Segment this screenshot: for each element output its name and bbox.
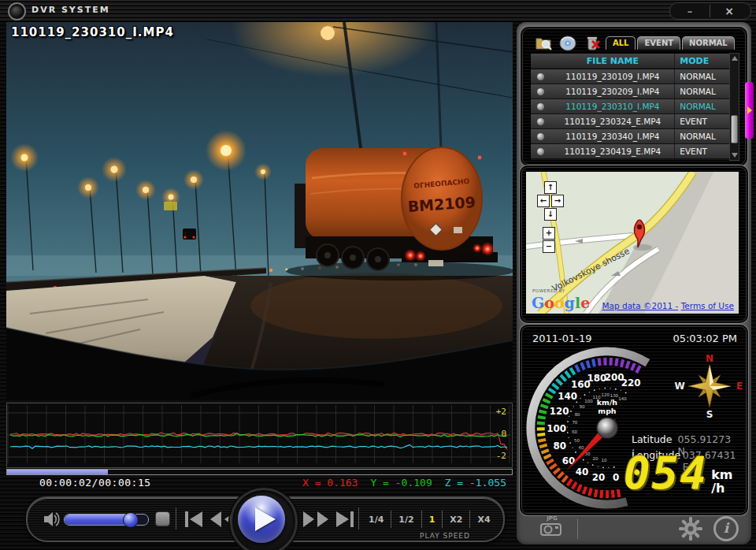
- divider: [358, 507, 359, 530]
- capture-jpg-button[interactable]: JPG: [540, 515, 564, 538]
- play-speed-label: PLAY SPEED: [420, 532, 470, 540]
- backup-disc-icon[interactable]: [558, 35, 577, 52]
- map-pan-left-button[interactable]: ←: [537, 195, 550, 207]
- speed-button-1-4[interactable]: 1/4: [361, 515, 391, 525]
- record-date: 2011-01-19: [532, 333, 592, 344]
- mode-cell: NORMAL: [674, 129, 729, 143]
- axis-readout: Y = -0.109: [370, 477, 432, 489]
- speaker-icon: [43, 511, 61, 528]
- map-pan-up-button[interactable]: ↑: [544, 181, 557, 194]
- playback-progress-bar[interactable]: [6, 469, 513, 475]
- record-bullet-icon: [537, 73, 544, 80]
- map-pan-down-button[interactable]: ↓: [544, 208, 557, 221]
- window-title: DVR SYSTEM: [32, 5, 110, 15]
- record-bullet-icon: [537, 118, 544, 125]
- svg-text:40: 40: [579, 445, 584, 450]
- record-bullet-icon: [537, 88, 544, 95]
- google-logo: Google: [532, 294, 590, 311]
- info-button[interactable]: i: [713, 516, 739, 541]
- mode-cell: NORMAL: [674, 99, 729, 113]
- camera-icon: [540, 522, 564, 537]
- map-data-link[interactable]: Map data ©2011 -: [602, 301, 678, 310]
- play-speed-buttons: 1/41/21X2X4: [361, 510, 498, 529]
- digital-speed-display: 054 km /h: [624, 454, 732, 495]
- next-file-button[interactable]: [335, 508, 355, 530]
- panel-expand-handle[interactable]: [745, 82, 754, 139]
- file-list-scrollbar[interactable]: [729, 53, 739, 161]
- map-zoom-in-button[interactable]: +: [543, 227, 555, 240]
- settings-gear-icon[interactable]: [679, 517, 702, 541]
- scroll-up-icon[interactable]: [732, 56, 738, 61]
- play-icon: [255, 507, 276, 531]
- file-rows: 110119_230109_I.MP4NORMAL110119_230209_I…: [531, 69, 729, 159]
- file-name-cell: 110119_230324_E.MP4: [550, 114, 674, 128]
- compass-north: N: [706, 353, 713, 364]
- tab-event[interactable]: EVENT: [637, 36, 680, 50]
- open-file-icon[interactable]: [535, 35, 554, 52]
- terms-of-use-link[interactable]: Terms of Use: [681, 301, 734, 310]
- compass-west: W: [674, 381, 684, 392]
- tab-normal[interactable]: NORMAL: [682, 36, 735, 50]
- gauge-unit-kmh: km/h: [597, 398, 617, 407]
- gsensor-ytick-zero: 0: [501, 429, 506, 439]
- svg-text:20: 20: [592, 456, 598, 461]
- speed-button-1-2[interactable]: 1/2: [391, 515, 421, 525]
- tab-all[interactable]: ALL: [606, 36, 636, 50]
- svg-text:120: 120: [601, 392, 610, 397]
- gsensor-plot: [7, 403, 510, 466]
- axis-readout: X = 0.163: [302, 477, 358, 489]
- gauge-unit-mph: mph: [598, 407, 616, 415]
- scrollbar-thumb[interactable]: [731, 115, 738, 143]
- svg-text:140: 140: [558, 391, 577, 402]
- volume-slider[interactable]: [64, 514, 149, 526]
- fast-forward-button[interactable]: [302, 508, 330, 530]
- progress-fill: [7, 470, 108, 474]
- record-bullet-icon: [537, 133, 544, 140]
- mode-cell: EVENT: [674, 114, 729, 128]
- map-panel: ↑ ← → ↓ + − Volkovskoye shosse POWERED B…: [520, 165, 748, 323]
- table-row[interactable]: 110119_230209_I.MP4NORMAL: [531, 84, 729, 99]
- stop-button[interactable]: [155, 511, 170, 526]
- table-row[interactable]: 110119_230109_I.MP4NORMAL: [531, 69, 729, 84]
- table-row[interactable]: 110119_230340_I.MP4NORMAL: [531, 129, 729, 144]
- svg-text:10: 10: [601, 458, 606, 463]
- file-name-cell: 110119_230419_E.MP4: [550, 144, 674, 158]
- play-button[interactable]: [238, 496, 285, 543]
- minimize-button[interactable]: –: [670, 6, 710, 17]
- map-zoom-out-button[interactable]: −: [543, 240, 555, 253]
- car-ahead: [183, 229, 196, 240]
- volume-knob[interactable]: [123, 512, 139, 528]
- svg-text:50: 50: [574, 438, 580, 443]
- dvr-application-window: DVR SYSTEM – ×: [0, 0, 756, 550]
- delete-file-icon[interactable]: [584, 35, 602, 52]
- mode-cell: EVENT: [674, 144, 729, 158]
- google-map[interactable]: ↑ ← → ↓ + − Volkovskoye shosse POWERED B…: [526, 172, 739, 314]
- volume-fill: [65, 515, 130, 525]
- compass-rose: N E S W: [674, 353, 745, 421]
- speed-button-x2[interactable]: X2: [443, 515, 469, 525]
- svg-text:180: 180: [587, 373, 607, 384]
- map-attribution: Map data ©2011 - Terms of Use: [602, 301, 734, 310]
- axis-readout: Z = -1.055: [445, 477, 506, 489]
- record-bullet-icon: [537, 103, 544, 110]
- gsensor-ytick-minus2: -2: [496, 451, 506, 461]
- table-row[interactable]: 110119_230419_E.MP4EVENT: [531, 144, 729, 159]
- scroll-down-icon[interactable]: [732, 153, 738, 158]
- dashcam-frame: ОГНЕОПАСНО ВМ2109: [6, 22, 513, 400]
- speed-button-1[interactable]: 1: [422, 515, 443, 525]
- video-filename-overlay: 110119_230310_I.MP4: [11, 25, 174, 39]
- table-row[interactable]: 110119_230324_E.MP4EVENT: [531, 114, 729, 129]
- gsensor-graph: +2 0 -2: [6, 403, 513, 468]
- svg-text:90: 90: [580, 404, 585, 409]
- player-control-bar: 1/41/21X2X4 PLAY SPEED: [26, 496, 505, 542]
- speed-button-x4[interactable]: X4: [470, 515, 497, 525]
- close-button[interactable]: ×: [710, 5, 748, 17]
- file-name-cell: 110119_230109_I.MP4: [550, 69, 674, 84]
- svg-text:140: 140: [618, 396, 627, 401]
- map-pan-right-button[interactable]: →: [551, 195, 564, 207]
- table-row[interactable]: 110119_230310_I.MP4NORMAL: [531, 99, 729, 114]
- mode-cell: NORMAL: [674, 69, 729, 84]
- speed-value: 054: [624, 454, 708, 495]
- svg-text:60: 60: [562, 455, 576, 466]
- previous-file-button[interactable]: [183, 508, 204, 530]
